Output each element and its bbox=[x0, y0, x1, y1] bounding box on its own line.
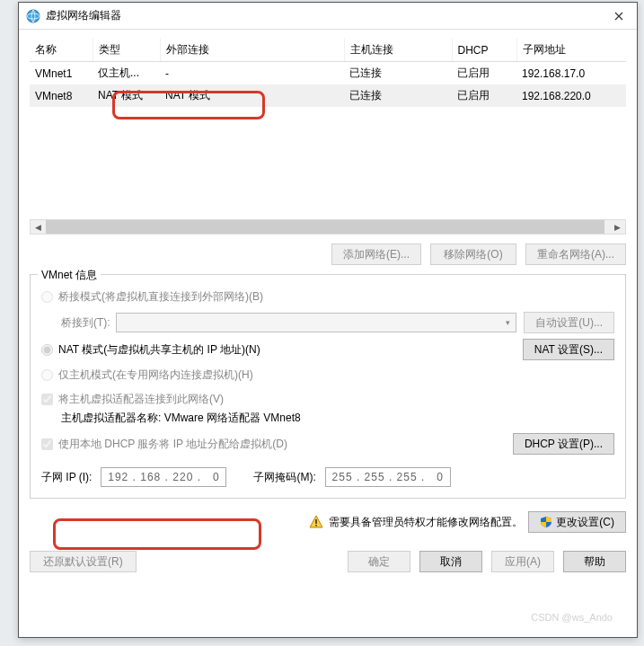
subnet-mask-label: 子网掩码(M): bbox=[253, 470, 315, 485]
col-subnet[interactable]: 子网地址 bbox=[516, 39, 626, 62]
change-settings-label: 更改设置(C) bbox=[556, 515, 614, 530]
table-row[interactable]: VMnet1 仅主机... - 已连接 已启用 192.168.17.0 bbox=[30, 62, 626, 85]
apply-button[interactable]: 应用(A) bbox=[491, 551, 554, 572]
scroll-thumb[interactable] bbox=[46, 220, 604, 234]
cell-name: VMnet8 bbox=[30, 84, 93, 107]
col-type[interactable]: 类型 bbox=[93, 39, 160, 62]
cell-type: NAT 模式 bbox=[93, 84, 160, 107]
cell-type: 仅主机... bbox=[93, 62, 160, 85]
svg-rect-2 bbox=[316, 519, 318, 524]
vmnet-info-group: VMnet 信息 桥接模式(将虚拟机直接连接到外部网络)(B) 桥接到(T): … bbox=[30, 274, 626, 499]
network-table-container: 名称 类型 外部连接 主机连接 DHCP 子网地址 VMnet1 仅主机... … bbox=[30, 39, 626, 235]
cell-ext: NAT 模式 bbox=[160, 84, 344, 107]
content-area: 名称 类型 外部连接 主机连接 DHCP 子网地址 VMnet1 仅主机... … bbox=[19, 30, 637, 542]
subnet-ip-label: 子网 IP (I): bbox=[41, 470, 92, 485]
horizontal-scrollbar[interactable]: ◀ ▶ bbox=[30, 219, 626, 235]
auto-setting-button[interactable]: 自动设置(U)... bbox=[524, 312, 614, 333]
col-dhcp[interactable]: DHCP bbox=[452, 39, 516, 62]
table-header-row: 名称 类型 外部连接 主机连接 DHCP 子网地址 bbox=[30, 39, 626, 62]
subnet-ip-input[interactable] bbox=[101, 467, 226, 487]
hostonly-mode-label: 仅主机模式(在专用网络内连接虚拟机)(H) bbox=[58, 367, 253, 383]
use-dhcp-checkbox[interactable] bbox=[41, 438, 53, 450]
cell-ext: - bbox=[160, 62, 344, 85]
cell-host: 已连接 bbox=[344, 84, 452, 107]
nat-mode-label: NAT 模式(与虚拟机共享主机的 IP 地址)(N) bbox=[58, 342, 260, 358]
change-settings-button[interactable]: 更改设置(C) bbox=[528, 511, 626, 533]
subnet-mask-input[interactable] bbox=[325, 467, 451, 487]
scroll-right-arrow[interactable]: ▶ bbox=[610, 220, 625, 234]
col-host[interactable]: 主机连接 bbox=[344, 39, 452, 62]
cell-subnet: 192.168.220.0 bbox=[516, 84, 626, 107]
help-button[interactable]: 帮助 bbox=[563, 551, 626, 572]
admin-required-text: 需要具备管理员特权才能修改网络配置。 bbox=[329, 515, 523, 530]
connect-host-label: 将主机虚拟适配器连接到此网络(V) bbox=[58, 392, 224, 407]
remove-network-button[interactable]: 移除网络(O) bbox=[430, 243, 516, 265]
adapter-name-text: 主机虚拟适配器名称: VMware 网络适配器 VMnet8 bbox=[61, 411, 614, 426]
bridge-mode-label: 桥接模式(将虚拟机直接连接到外部网络)(B) bbox=[58, 289, 263, 305]
nat-setting-button[interactable]: NAT 设置(S)... bbox=[523, 339, 614, 360]
shield-icon bbox=[540, 516, 552, 528]
svg-point-0 bbox=[27, 10, 40, 22]
titlebar: 虚拟网络编辑器 bbox=[19, 3, 637, 30]
connect-host-checkbox[interactable] bbox=[41, 394, 53, 405]
bridge-mode-radio[interactable] bbox=[41, 291, 53, 303]
bridge-to-label: 桥接到(T): bbox=[61, 315, 110, 331]
svg-rect-3 bbox=[316, 525, 318, 527]
warning-icon bbox=[309, 515, 323, 529]
cancel-button[interactable]: 取消 bbox=[419, 551, 482, 572]
cell-subnet: 192.168.17.0 bbox=[516, 62, 626, 85]
restore-defaults-button[interactable]: 还原默认设置(R) bbox=[30, 551, 137, 572]
rename-network-button[interactable]: 重命名网络(A)... bbox=[525, 243, 626, 265]
group-legend: VMnet 信息 bbox=[38, 268, 101, 283]
add-network-button[interactable]: 添加网络(E)... bbox=[331, 243, 421, 265]
app-icon bbox=[26, 9, 40, 23]
close-icon[interactable] bbox=[601, 3, 637, 30]
col-name[interactable]: 名称 bbox=[30, 39, 93, 62]
dhcp-setting-button[interactable]: DHCP 设置(P)... bbox=[513, 433, 614, 455]
window-title: 虚拟网络编辑器 bbox=[46, 8, 601, 23]
bridge-to-dropdown[interactable] bbox=[116, 313, 517, 332]
vnet-editor-window: 虚拟网络编辑器 名称 类型 外部连接 主机连接 DHCP 子网地址 bbox=[18, 2, 638, 638]
footer: 还原默认设置(R) 确定 取消 应用(A) 帮助 bbox=[19, 542, 637, 581]
table-row[interactable]: VMnet8 NAT 模式 NAT 模式 已连接 已启用 192.168.220… bbox=[30, 84, 626, 107]
scroll-left-arrow[interactable]: ◀ bbox=[31, 220, 46, 234]
cell-dhcp: 已启用 bbox=[452, 84, 516, 107]
cell-dhcp: 已启用 bbox=[452, 62, 516, 85]
network-table[interactable]: 名称 类型 外部连接 主机连接 DHCP 子网地址 VMnet1 仅主机... … bbox=[30, 39, 626, 107]
cell-name: VMnet1 bbox=[30, 62, 93, 85]
use-dhcp-label: 使用本地 DHCP 服务将 IP 地址分配给虚拟机(D) bbox=[58, 437, 287, 452]
nat-mode-radio[interactable] bbox=[41, 344, 53, 356]
ok-button[interactable]: 确定 bbox=[348, 551, 410, 572]
col-ext[interactable]: 外部连接 bbox=[160, 39, 344, 62]
cell-host: 已连接 bbox=[344, 62, 452, 85]
hostonly-mode-radio[interactable] bbox=[41, 369, 53, 381]
